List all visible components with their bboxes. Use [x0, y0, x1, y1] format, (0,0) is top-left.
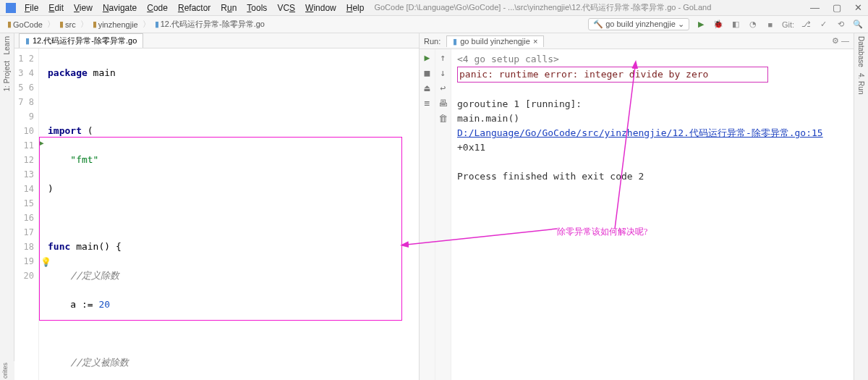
- trash-icon[interactable]: 🗑: [438, 113, 448, 124]
- layout-icon[interactable]: ≡: [425, 98, 430, 109]
- run-button[interactable]: ▶: [695, 20, 707, 29]
- toolbar: ▮GoCode 〉 ▮src 〉 ▮yinzhengjie 〉 ▮12.代码运行…: [0, 16, 868, 33]
- go-file-icon: ▮: [25, 36, 30, 46]
- folder-icon: ▮: [7, 20, 12, 29]
- menu-view[interactable]: View: [69, 3, 97, 13]
- run-output[interactable]: <4 go setup calls> panic: runtime error:…: [451, 49, 854, 380]
- git-history-icon[interactable]: ⟲: [835, 20, 846, 29]
- go-file-icon: ▮: [453, 37, 457, 46]
- up-icon[interactable]: ↑: [441, 52, 446, 63]
- stop-icon[interactable]: ■: [425, 67, 430, 78]
- exit-code: Process finished with exit code 2: [457, 171, 644, 182]
- tab-project[interactable]: 1: Project: [3, 61, 11, 91]
- search-icon[interactable]: 🔍: [852, 20, 864, 29]
- git-pull-icon[interactable]: ✓: [817, 20, 829, 29]
- stop-button[interactable]: ■: [765, 20, 776, 29]
- breadcrumb-file[interactable]: ▮12.代码运行异常-除零异常.go: [152, 18, 268, 30]
- gear-icon[interactable]: ⚙ —: [832, 36, 849, 46]
- tab-database[interactable]: Database: [857, 36, 865, 67]
- menu-edit[interactable]: Edit: [44, 3, 68, 13]
- run-label: Run:: [424, 37, 441, 46]
- panic-line: panic: runtime error: integer divide by …: [459, 69, 708, 80]
- minimize-button[interactable]: —: [810, 2, 820, 13]
- menu-file[interactable]: File: [20, 3, 43, 13]
- menu-refactor[interactable]: Refactor: [174, 3, 215, 13]
- editor-tab[interactable]: ▮12.代码运行异常-除零异常.go: [19, 33, 143, 48]
- exit-icon[interactable]: ⏏: [425, 83, 430, 93]
- goroutine-line: goroutine 1 [running]:: [457, 98, 582, 109]
- folded-calls[interactable]: <4 go setup calls>: [457, 54, 559, 64]
- menu-help[interactable]: Help: [342, 3, 369, 13]
- run-actions-rail2: ↑ ↓ ↩ 🖶 🗑: [435, 49, 451, 380]
- menu-window[interactable]: Window: [301, 3, 341, 13]
- editor-pane: ▮12.代码运行异常-除零异常.go 1 2 3 4 5 6 7 8 9 10 …: [14, 33, 420, 380]
- tab-sciview[interactable]: 4. Run: [857, 73, 865, 94]
- window-title: GoCode [D:\Language\Go\GoCode] - ...\src…: [374, 2, 810, 13]
- print-icon[interactable]: 🖶: [438, 98, 448, 109]
- editor[interactable]: 1 2 3 4 5 6 7 8 9 10 11 12 13 14 15 16 1…: [14, 48, 419, 380]
- coverage-button[interactable]: ◧: [730, 20, 741, 29]
- mainmain-line: main.main(): [457, 113, 519, 124]
- folder-icon: ▮: [93, 20, 97, 29]
- run-actions-rail: ▶ ■ ⏏ ≡: [420, 49, 435, 380]
- menu-code[interactable]: Code: [142, 3, 172, 13]
- title-bar: File Edit View Navigate Code Refactor Ru…: [0, 0, 868, 16]
- menu-tools[interactable]: Tools: [242, 3, 271, 13]
- code-area[interactable]: package main import ( "fmt" ) func main(…: [39, 48, 419, 380]
- tab-learn[interactable]: Learn: [3, 36, 11, 55]
- right-tool-rail: Database 4. Run: [854, 33, 868, 380]
- close-button[interactable]: ✕: [854, 2, 862, 13]
- down-icon[interactable]: ↓: [441, 67, 446, 78]
- git-branch-icon[interactable]: ⎇: [800, 20, 812, 29]
- left-tool-rail: Learn 1: Project: [0, 33, 14, 380]
- menu-navigate[interactable]: Navigate: [98, 3, 141, 13]
- maximize-button[interactable]: ▢: [833, 2, 841, 13]
- run-tool-window: Run: ▮go build yinzhengjie × ⚙ — ▶ ■ ⏏ ≡…: [420, 33, 854, 380]
- folder-icon: ▮: [59, 20, 64, 29]
- breadcrumb-src[interactable]: ▮src: [56, 19, 79, 30]
- profile-button[interactable]: ◔: [747, 20, 759, 29]
- app-icon: [6, 3, 16, 13]
- annotation-text: 除零异常该如何解决呢?: [557, 226, 647, 238]
- breadcrumb-pkg[interactable]: ▮yinzhengjie: [90, 19, 141, 30]
- breadcrumb-root[interactable]: ▮GoCode: [4, 19, 46, 30]
- run-config-dropdown[interactable]: 🔨 go build yinzhengjie ⌄: [588, 18, 689, 30]
- stack-link[interactable]: D:/Language/Go/GoCode/src/yinzhengjie/12…: [457, 127, 823, 138]
- run-tab[interactable]: ▮go build yinzhengjie ×: [446, 35, 544, 47]
- menu-vcs[interactable]: VCS: [273, 3, 299, 13]
- line-gutter: 1 2 3 4 5 6 7 8 9 10 11 12 13 14 15 16 1…: [14, 48, 39, 380]
- rerun-icon[interactable]: ▶: [425, 52, 430, 63]
- wrap-icon[interactable]: ↩: [441, 83, 446, 93]
- menu-bar: File Edit View Navigate Code Refactor Ru…: [20, 3, 368, 13]
- bottom-left-tab[interactable]: orites: [0, 361, 14, 380]
- go-file-icon: ▮: [155, 20, 159, 29]
- menu-run[interactable]: Run: [216, 3, 241, 13]
- git-label: Git:: [782, 20, 794, 29]
- debug-button[interactable]: 🐞: [712, 20, 724, 29]
